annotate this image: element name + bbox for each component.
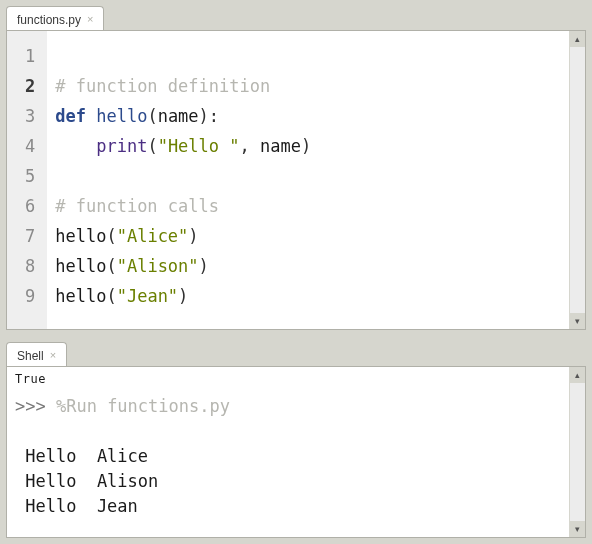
shell-vertical-scrollbar[interactable]: ▴ ▾ (569, 367, 585, 537)
line-number: 7 (25, 221, 35, 251)
editor-panel: functions.py × 123456789 # function defi… (6, 6, 586, 330)
shell-output-line: Hello Alison (15, 469, 561, 494)
editor-body: 123456789 # function definitiondef hello… (6, 30, 586, 330)
code-line[interactable]: def hello(name): (55, 101, 559, 131)
line-number: 3 (25, 101, 35, 131)
code-line[interactable]: hello("Jean") (55, 281, 559, 311)
close-icon[interactable]: × (50, 350, 56, 361)
line-number: 1 (25, 41, 35, 71)
code-line[interactable]: print("Hello ", name) (55, 131, 559, 161)
shell-output-line: Hello Alice (15, 444, 561, 469)
shell-body-wrap: True>>> %Run functions.py Hello Alice He… (6, 366, 586, 538)
code-line[interactable]: hello("Alice") (55, 221, 559, 251)
shell-tab-strip: Shell × (6, 342, 586, 366)
code-line[interactable] (55, 161, 559, 191)
code-line[interactable] (55, 41, 559, 71)
editor-vertical-scrollbar[interactable]: ▴ ▾ (569, 31, 585, 329)
line-number: 9 (25, 281, 35, 311)
code-line[interactable]: hello("Alison") (55, 251, 559, 281)
code-line[interactable]: # function definition (55, 71, 559, 101)
shell-tab-label: Shell (17, 349, 44, 363)
line-number: 4 (25, 131, 35, 161)
shell-tab[interactable]: Shell × (6, 342, 67, 366)
shell-prompt: >>> (15, 396, 56, 416)
editor-tab-strip: functions.py × (6, 6, 586, 30)
editor-tab-functions[interactable]: functions.py × (6, 6, 104, 30)
scroll-down-icon[interactable]: ▾ (570, 521, 585, 537)
line-number: 6 (25, 191, 35, 221)
scroll-up-icon[interactable]: ▴ (570, 31, 585, 47)
code-editor-area[interactable]: # function definitiondef hello(name): pr… (47, 31, 569, 329)
shell-panel: Shell × True>>> %Run functions.py Hello … (6, 342, 586, 538)
line-number: 8 (25, 251, 35, 281)
shell-output-line: Hello Jean (15, 494, 561, 519)
line-number: 5 (25, 161, 35, 191)
shell-scrolled-fragment: True (15, 367, 561, 392)
shell-command-line: >>> %Run functions.py (15, 394, 561, 419)
shell-output-area[interactable]: True>>> %Run functions.py Hello Alice He… (7, 367, 569, 537)
close-icon[interactable]: × (87, 14, 93, 25)
editor-tab-label: functions.py (17, 13, 81, 27)
line-number: 2 (25, 71, 35, 101)
shell-command-text: %Run functions.py (56, 396, 230, 416)
line-number-gutter: 123456789 (7, 31, 47, 329)
scroll-up-icon[interactable]: ▴ (570, 367, 585, 383)
scroll-down-icon[interactable]: ▾ (570, 313, 585, 329)
code-line[interactable]: # function calls (55, 191, 559, 221)
